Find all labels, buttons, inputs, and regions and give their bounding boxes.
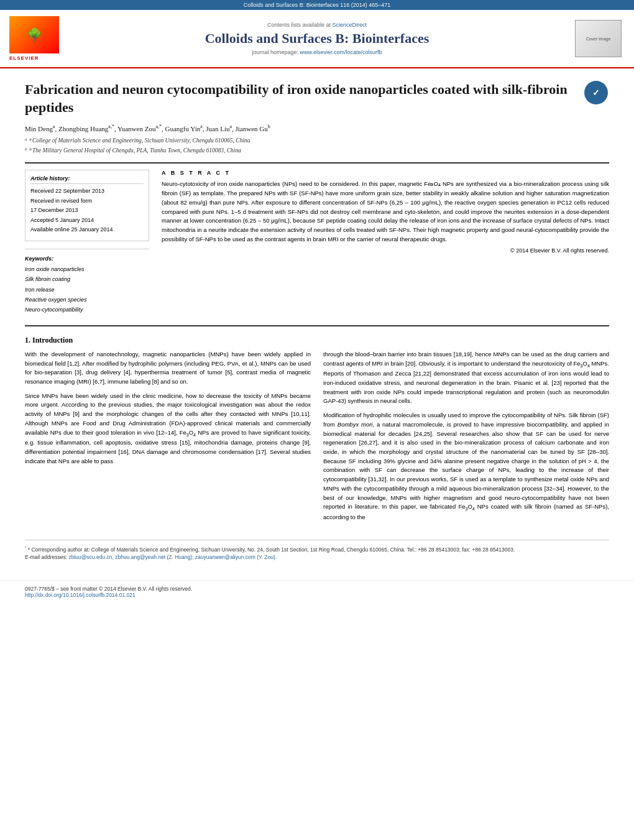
journal-center-info: Contents lists available at ScienceDirec… bbox=[68, 22, 566, 55]
footer-notes: * * Corresponding author at: College of … bbox=[25, 540, 609, 561]
issn-line: 0927-7765/$ – see front matter © 2014 El… bbox=[25, 586, 609, 592]
body-para-2: Since MNPs have been widely used in the … bbox=[25, 392, 311, 466]
journal-title: Colloids and Surfaces B: Biointerfaces bbox=[68, 30, 566, 47]
keyword-4: Reactive oxygen species bbox=[25, 295, 149, 304]
affiliation-b: b ᵇ The Military General Hospital of Che… bbox=[25, 146, 609, 155]
info-abstract-columns: Article history: Received 22 September 2… bbox=[25, 170, 609, 315]
corresponding-note-text: * Corresponding author at: College of Ma… bbox=[28, 547, 515, 553]
accepted-date: Accepted 5 January 2014 bbox=[30, 216, 144, 225]
corresponding-author-note: * * Corresponding author at: College of … bbox=[25, 545, 609, 554]
sciencedirect-anchor[interactable]: ScienceDirect bbox=[333, 22, 367, 28]
article-title-section: Fabrication and neuron cytocompatibility… bbox=[25, 81, 609, 116]
keyword-1: Iron oxide nanoparticles bbox=[25, 265, 149, 274]
body-two-col: With the development of nanotechnology, … bbox=[25, 350, 609, 527]
keyword-2: Silk fibroin coating bbox=[25, 275, 149, 284]
body-para-1: With the development of nanotechnology, … bbox=[25, 350, 311, 387]
journal-header: 🌳 ELSEVIER Contents lists available at S… bbox=[0, 10, 634, 68]
sciencedirect-link: Contents lists available at ScienceDirec… bbox=[68, 22, 566, 28]
body-left-col: With the development of nanotechnology, … bbox=[25, 350, 311, 527]
affiliation-b-text: ᵇ The Military General Hospital of Cheng… bbox=[29, 146, 242, 155]
received-date: Received 22 September 2013 bbox=[30, 187, 144, 196]
article-history-label: Article history: bbox=[30, 175, 144, 184]
author-list: Min Denga, Zhongbing Huanga,*, Yuanwen Z… bbox=[25, 125, 270, 132]
copyright-notice: © 2014 Elsevier B.V. All rights reserved… bbox=[162, 247, 609, 254]
abstract-section: A B S T R A C T Neuro-cytotoxicity of ir… bbox=[162, 170, 609, 315]
main-content: Fabrication and neuron cytocompatibility… bbox=[0, 68, 634, 574]
email-2[interactable]: zauyuanwen@aliyun.com (Y. Zou). bbox=[195, 554, 277, 560]
article-history-box: Article history: Received 22 September 2… bbox=[25, 170, 149, 241]
doi-url[interactable]: http://dx.doi.org/10.1016/j.colsurfb.201… bbox=[25, 592, 136, 598]
major-divider bbox=[25, 162, 609, 164]
cover-placeholder: Cover image bbox=[586, 37, 611, 41]
section-divider bbox=[25, 325, 609, 326]
article-title: Fabrication and neuron cytocompatibility… bbox=[25, 81, 578, 116]
body-para-3: through the blood–brain barrier into bra… bbox=[323, 350, 609, 406]
journal-citation-bar: Colloids and Surfaces B: Biointerfaces 1… bbox=[0, 0, 634, 10]
revised-label: Received in revised form bbox=[30, 197, 144, 206]
abstract-text: Neuro-cytotoxicity of iron oxide nanopar… bbox=[162, 180, 609, 244]
elsevier-logo-text: ELSEVIER bbox=[9, 55, 59, 61]
journal-cover-image: Cover image bbox=[575, 20, 622, 57]
elsevier-tree-icon: 🌳 bbox=[27, 29, 42, 41]
body-para-4: Modification of hydrophilic molecules is… bbox=[323, 411, 609, 522]
email-note: E-mail addresses: zbluu@scu.edu.cn, zbhu… bbox=[25, 553, 609, 561]
bottom-bar: 0927-7765/$ – see front matter © 2014 El… bbox=[0, 580, 634, 603]
available-date: Available online 25 January 2014 bbox=[30, 226, 144, 234]
abstract-label: A B S T R A C T bbox=[162, 170, 609, 176]
email-label: E-mail addresses: bbox=[25, 554, 67, 560]
revised-date: 17 December 2013 bbox=[30, 206, 144, 215]
authors-line: Min Denga, Zhongbing Huanga,*, Yuanwen Z… bbox=[25, 124, 609, 132]
crossmark-badge: ✓ bbox=[584, 81, 609, 106]
journal-citation: Colloids and Surfaces B: Biointerfaces 1… bbox=[244, 2, 391, 8]
affiliation-a-text: ᵃ College of Materials Science and Engin… bbox=[29, 136, 250, 145]
left-column: Article history: Received 22 September 2… bbox=[25, 170, 149, 315]
keyword-3: Iron release bbox=[25, 285, 149, 294]
contents-label: Contents lists available at bbox=[267, 22, 331, 28]
body-right-col: through the blood–brain barrier into bra… bbox=[323, 350, 609, 527]
affiliations: a ᵃ College of Materials Science and Eng… bbox=[25, 136, 609, 155]
homepage-url[interactable]: www.elsevier.com/locate/colsurfb bbox=[300, 49, 382, 55]
body-section: 1. Introduction With the development of … bbox=[25, 336, 609, 527]
homepage-label: journal homepage: bbox=[252, 49, 298, 55]
affiliation-a: a ᵃ College of Materials Science and Eng… bbox=[25, 136, 609, 145]
keywords-box: Keywords: Iron oxide nanoparticles Silk … bbox=[25, 256, 149, 315]
keyword-5: Neuro-cytocompatibility bbox=[25, 305, 149, 314]
elsevier-logo-box: 🌳 bbox=[9, 16, 59, 53]
keywords-label: Keywords: bbox=[25, 256, 149, 262]
journal-thumbnail: Cover image bbox=[575, 20, 625, 57]
crossmark-icon: ✓ bbox=[584, 81, 608, 104]
elsevier-logo: 🌳 ELSEVIER bbox=[9, 16, 59, 61]
keywords-divider bbox=[25, 249, 149, 249]
doi-line: http://dx.doi.org/10.1016/j.colsurfb.201… bbox=[25, 592, 609, 598]
intro-heading: 1. Introduction bbox=[25, 336, 609, 345]
journal-homepage: journal homepage: www.elsevier.com/locat… bbox=[68, 49, 566, 55]
email-1[interactable]: zbluu@scu.edu.cn, zbhuu.ang@yeah.net (Z.… bbox=[68, 554, 193, 560]
